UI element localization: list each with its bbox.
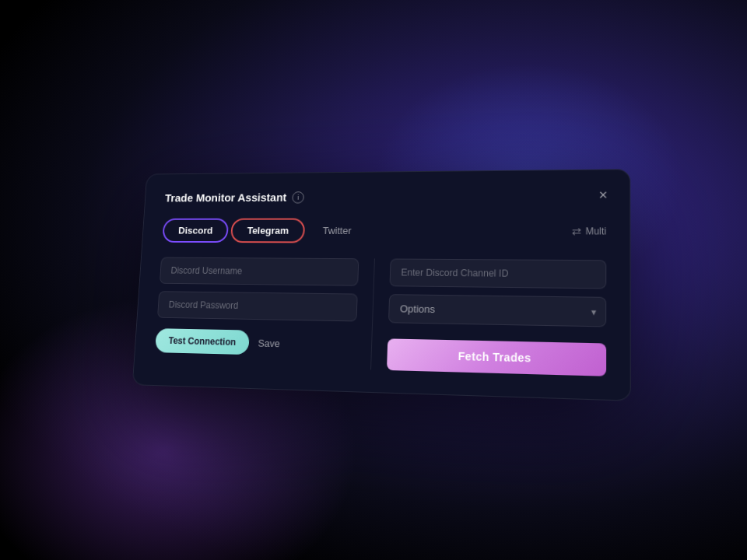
options-wrapper: Options ▾: [388, 294, 606, 327]
discord-channel-id-input[interactable]: [389, 258, 606, 289]
fetch-trades-button[interactable]: Fetch Trades: [387, 338, 607, 376]
left-panel: Test Connection Save: [154, 257, 374, 369]
tab-discord[interactable]: Discord: [162, 218, 229, 242]
save-button[interactable]: Save: [258, 337, 280, 348]
tabs-bar: Discord Telegram Twitter ⇄ Multi: [162, 218, 606, 244]
scene: Trade Monitor Assistant i × Discord Tele…: [124, 169, 622, 392]
dialog: Trade Monitor Assistant i × Discord Tele…: [132, 169, 631, 401]
discord-username-input[interactable]: [160, 257, 359, 285]
action-buttons: Test Connection Save: [155, 328, 356, 357]
content-area: Test Connection Save Options ▾ Fetch Tra…: [154, 257, 606, 376]
dialog-title: Trade Monitor Assistant: [165, 191, 287, 204]
spacer: [388, 331, 606, 335]
discord-password-input[interactable]: [157, 291, 357, 321]
right-panel: Options ▾ Fetch Trades: [371, 258, 607, 376]
close-button[interactable]: ×: [593, 185, 612, 204]
multi-label: Multi: [585, 225, 606, 236]
info-icon[interactable]: i: [293, 191, 305, 202]
multi-icon: ⇄: [571, 224, 581, 236]
test-connection-button[interactable]: Test Connection: [155, 328, 250, 355]
tab-twitter[interactable]: Twitter: [307, 219, 367, 241]
multi-button[interactable]: ⇄ Multi: [571, 224, 606, 236]
dialog-header: Trade Monitor Assistant i: [165, 188, 607, 204]
dialog-wrapper: Trade Monitor Assistant i × Discord Tele…: [132, 169, 631, 401]
tab-telegram[interactable]: Telegram: [230, 218, 305, 243]
options-select[interactable]: Options: [388, 294, 606, 327]
